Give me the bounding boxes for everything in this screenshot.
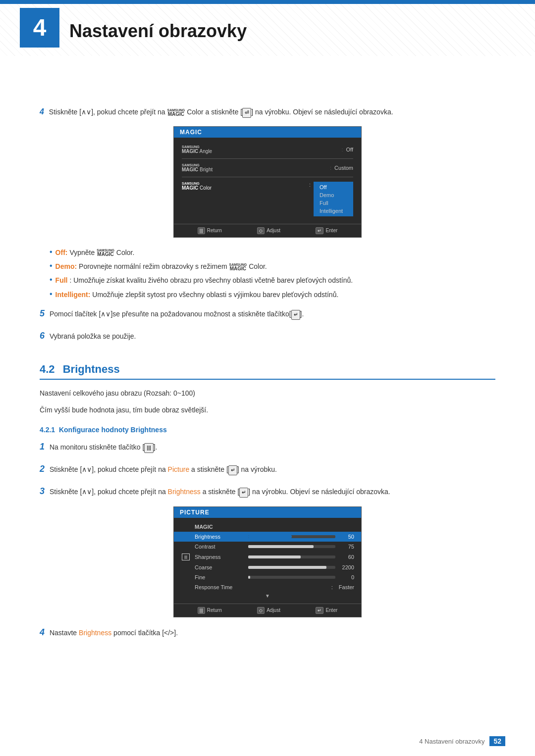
- section-4-2-heading: 4.2 Brightness: [40, 363, 495, 380]
- picture-menu-title: PICTURE: [174, 507, 361, 518]
- chapter-number: 4: [20, 8, 59, 48]
- section-4-2: 4.2 Brightness Nastavení celkového jasu …: [40, 363, 495, 640]
- page-footer: 4 Nastavení obrazovky 52: [419, 736, 505, 746]
- picture-sharpness-row: ||| Sharpness 60: [174, 552, 361, 562]
- page-footer-number: 52: [489, 736, 505, 746]
- chapter-title: Nastavení obrazovky: [59, 14, 247, 42]
- step-5: 5 Pomocí tlačítek [∧∨]se přesuňte na pož…: [40, 306, 495, 321]
- picture-coarse-row: Coarse 2200: [174, 562, 361, 572]
- magic-color-bullets: Off: Vypněte SAMSUNGMAGIC Color. Demo: P…: [50, 246, 495, 302]
- picture-contrast-row: Contrast 75: [174, 542, 361, 552]
- magic-menu-footer: ||| Return ◇ Adjust ↵ Enter: [174, 224, 361, 237]
- picture-response-row: Response Time : Faster: [174, 582, 361, 592]
- picture-menu-footer: ||| Return ◇ Adjust ↵ Enter: [174, 604, 361, 617]
- brightness-step-2: 2 Stiskněte [∧∨], pokud chcete přejít na…: [40, 462, 495, 476]
- picture-menu-screenshot: PICTURE MAGIC Brightness 50: [173, 506, 362, 617]
- section-4-2-body1: Nastavení celkového jasu obrazu (Rozsah:…: [40, 388, 495, 400]
- picture-fine-row: Fine 0: [174, 572, 361, 582]
- brightness-step-4: 4 Nastavte Brightness pomocí tlačítka [<…: [40, 625, 495, 640]
- page-footer-label: 4 Nastavení obrazovky: [419, 738, 484, 745]
- section-4-2-body2: Čím vyšší bude hodnota jasu, tím bude ob…: [40, 404, 495, 416]
- picture-brightness-row: Brightness 50: [174, 532, 361, 542]
- brightness-step-3: 3 Stiskněte [∧∨], pokud chcete přejít na…: [40, 484, 495, 499]
- step-6: 6 Vybraná položka se použije.: [40, 329, 495, 343]
- magic-menu-title: MAGIC: [174, 127, 361, 138]
- step-4-magic-intro: 4 Stiskněte [∧∨], pokud chcete přejít na…: [40, 105, 495, 118]
- subsection-4-2-1-heading: 4.2.1 Konfigurace hodnoty Brightness: [40, 426, 495, 434]
- brightness-step-1: 1 Na monitoru stiskněte tlačítko [|||].: [40, 440, 495, 454]
- top-bar: [0, 0, 535, 4]
- magic-menu-screenshot: MAGIC SAMSUNG MAGIC Angle : Off SAMSUNG …: [173, 126, 362, 238]
- picture-magic-row: MAGIC: [174, 522, 361, 532]
